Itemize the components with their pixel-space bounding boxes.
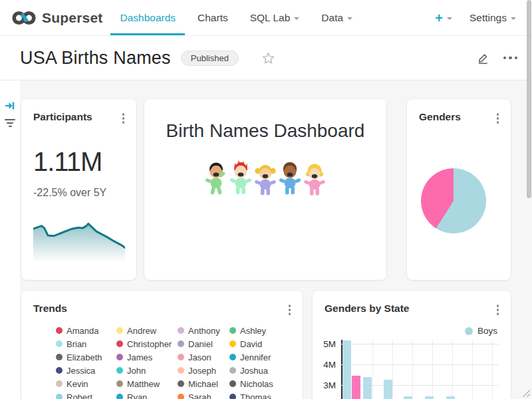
legend-dot bbox=[56, 380, 63, 387]
legend-label: Ryan bbox=[127, 392, 147, 399]
legend-label: Sarah bbox=[188, 392, 211, 399]
dashboard-title-bar: USA Births Names Published bbox=[0, 36, 532, 80]
bar-boys[interactable] bbox=[404, 396, 412, 399]
legend-item[interactable]: Michael bbox=[178, 377, 229, 390]
legend-label: Elizabeth bbox=[66, 352, 102, 362]
legend-item[interactable]: Robert bbox=[56, 390, 116, 399]
legend-item[interactable]: Nicholas bbox=[229, 377, 296, 390]
chart-menu-button[interactable] bbox=[286, 303, 294, 317]
nav-tab-charts[interactable]: Charts bbox=[188, 0, 237, 35]
legend-item[interactable]: James bbox=[116, 350, 178, 364]
nav-tab-dashboards[interactable]: Dashboards bbox=[110, 0, 185, 35]
legend-item[interactable]: Elizabeth bbox=[56, 350, 116, 364]
y-axis-tick: 3M bbox=[323, 380, 336, 390]
bar-boys[interactable] bbox=[446, 396, 455, 399]
v-gridline bbox=[412, 340, 413, 399]
superset-logo[interactable]: Superset bbox=[11, 0, 102, 35]
status-badge[interactable]: Published bbox=[181, 51, 239, 66]
legend-item[interactable]: Jason bbox=[178, 350, 229, 364]
chart-title: Participants bbox=[33, 111, 92, 123]
navbar-right: + Settings bbox=[435, 0, 523, 35]
chart-menu-button[interactable] bbox=[494, 111, 502, 126]
legend-item[interactable]: Jennifer bbox=[229, 350, 296, 364]
legend-item[interactable]: Christopher bbox=[116, 337, 178, 350]
bar-boys[interactable] bbox=[384, 380, 392, 399]
legend-dot bbox=[229, 354, 236, 360]
legend-item[interactable]: Matthew bbox=[116, 377, 178, 390]
scrollbar-thumb[interactable] bbox=[527, 0, 531, 198]
legend-dot bbox=[229, 394, 236, 399]
legend-item[interactable]: Daniel bbox=[178, 337, 229, 350]
legend-label: Robert bbox=[66, 392, 92, 399]
legend-dot bbox=[229, 367, 236, 374]
legend-label: Nicholas bbox=[240, 379, 273, 389]
dashboard-heading: Birth Names Dashboard bbox=[144, 120, 386, 142]
star-icon bbox=[261, 51, 275, 65]
boys-legend-item[interactable]: Boys bbox=[465, 326, 497, 336]
legend-item[interactable]: Ryan bbox=[116, 390, 178, 399]
nav-tab-sql-lab[interactable]: SQL Lab bbox=[241, 0, 309, 35]
legend-label: Ashley bbox=[240, 326, 266, 336]
legend-item[interactable]: Anthony bbox=[178, 324, 229, 337]
legend-label: Thomas bbox=[240, 392, 271, 399]
settings-menu[interactable]: Settings bbox=[469, 12, 516, 24]
bar-boys[interactable] bbox=[342, 340, 351, 399]
legend-dot bbox=[56, 340, 63, 347]
legend-dot bbox=[56, 367, 63, 374]
genders-pie[interactable] bbox=[421, 168, 486, 233]
v-gridline bbox=[372, 340, 373, 399]
legend-label: Anthony bbox=[188, 326, 220, 336]
legend-item[interactable]: Sarah bbox=[178, 390, 229, 399]
legend-item[interactable]: John bbox=[116, 364, 178, 377]
bar-boys[interactable] bbox=[363, 377, 372, 399]
expand-filter-bar-button[interactable] bbox=[5, 101, 15, 113]
big-number-value: 1.11M bbox=[33, 147, 102, 177]
legend-dot bbox=[116, 327, 123, 334]
legend-label: Matthew bbox=[127, 379, 160, 389]
v-gridline bbox=[432, 340, 433, 399]
legend-item[interactable]: Andrew bbox=[116, 324, 178, 337]
legend-item[interactable]: Jessica bbox=[56, 364, 116, 377]
trends-card: Trends AmandaAndrewAnthonyAshleyBrianChr… bbox=[21, 291, 303, 399]
bar-boys[interactable] bbox=[425, 396, 434, 399]
legend-item[interactable]: Joseph bbox=[178, 364, 229, 377]
legend-item[interactable]: Kevin bbox=[56, 377, 116, 390]
bar-girls[interactable] bbox=[352, 376, 360, 399]
navbar: Superset Dashboards Charts SQL Lab Data … bbox=[0, 0, 532, 36]
h-gridline bbox=[341, 364, 499, 365]
filter-list-icon[interactable] bbox=[5, 119, 15, 127]
state-plot: 5M4M3M bbox=[341, 340, 499, 399]
genders-by-state-card: Genders by State Boys 5M4M3M bbox=[313, 291, 511, 399]
chart-title: Genders by State bbox=[325, 303, 410, 315]
legend-dot bbox=[116, 367, 123, 374]
chart-menu-button[interactable] bbox=[120, 111, 128, 126]
legend-item[interactable]: Ashley bbox=[229, 324, 296, 337]
legend-item[interactable]: Joshua bbox=[229, 364, 296, 377]
legend-label: John bbox=[127, 366, 146, 376]
legend-label: Jessica bbox=[66, 366, 95, 376]
legend-label: James bbox=[127, 352, 152, 362]
legend-item[interactable]: David bbox=[229, 337, 296, 350]
brand-text: Superset bbox=[42, 10, 102, 26]
trends-legend: AmandaAndrewAnthonyAshleyBrianChristophe… bbox=[56, 324, 296, 399]
nav-tab-data[interactable]: Data bbox=[312, 0, 362, 35]
chart-menu-button[interactable] bbox=[494, 303, 502, 317]
nav-tab-label: SQL Lab bbox=[250, 12, 291, 24]
filter-rail bbox=[0, 80, 20, 399]
v-gridline bbox=[472, 340, 473, 399]
legend-item[interactable]: Amanda bbox=[56, 324, 116, 337]
y-axis-tick: 5M bbox=[323, 339, 336, 349]
plus-icon: + bbox=[435, 11, 443, 25]
big-number-subheader: -22.5% over 5Y bbox=[33, 187, 106, 199]
legend-dot bbox=[178, 394, 184, 399]
legend-item[interactable]: Thomas bbox=[229, 390, 296, 399]
edit-dashboard-button[interactable] bbox=[476, 51, 490, 65]
infinity-logo-icon bbox=[11, 9, 37, 27]
new-button[interactable]: + bbox=[435, 11, 452, 25]
favorite-star-button[interactable] bbox=[261, 51, 275, 65]
legend-dot bbox=[178, 380, 184, 387]
legend-dot bbox=[116, 340, 123, 347]
more-actions-button[interactable] bbox=[503, 57, 518, 60]
legend-item[interactable]: Brian bbox=[56, 337, 116, 350]
legend-dot bbox=[178, 354, 184, 360]
